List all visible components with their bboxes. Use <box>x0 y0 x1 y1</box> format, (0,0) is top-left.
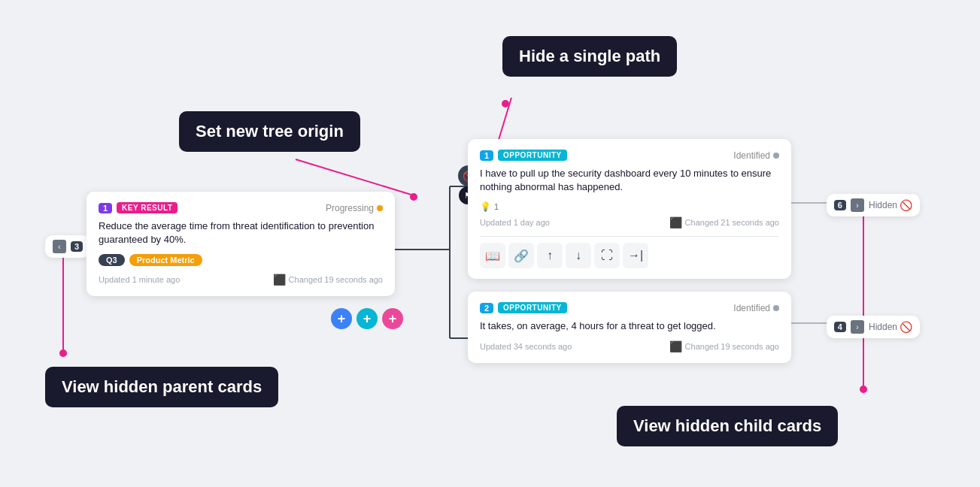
opp2-changed-icon: ⬛ <box>669 340 682 352</box>
opp1-header: 1 OPPORTUNITY Identified <box>480 150 779 161</box>
opp1-status: Identified <box>733 150 779 161</box>
opp1-updated: Updated 1 day ago <box>480 218 550 227</box>
opp1-badge-type: OPPORTUNITY <box>498 150 567 161</box>
svg-point-8 <box>502 100 509 107</box>
toolbar-indent-btn[interactable]: →| <box>623 243 648 268</box>
hidden-child-2-num: 4 <box>834 322 846 332</box>
opp2-badge-num: 2 <box>480 303 493 313</box>
tooltip-set-origin: Set new tree origin <box>179 111 360 152</box>
kr-changed-text: Changed 19 seconds ago <box>289 275 383 284</box>
kr-tag-q3[interactable]: Q3 <box>99 254 125 266</box>
opp-card-2: 2 OPPORTUNITY Identified It takes, on av… <box>468 292 791 363</box>
opp1-votes: 1 <box>494 202 499 211</box>
kr-card-title: Reduce the average time from threat iden… <box>99 219 383 247</box>
kr-card-footer: Updated 1 minute ago ⬛ Changed 19 second… <box>99 274 383 286</box>
hidden-child-2-text: Hidden 🚫 <box>869 321 912 333</box>
tooltip-view-child-text: View hidden child cards <box>633 416 821 435</box>
canvas: Hide a single path Set new tree origin V… <box>0 0 980 487</box>
opp1-changed-icon: ⬛ <box>669 216 682 228</box>
hidden-child-card-1[interactable]: 6 › Hidden 🚫 <box>827 194 920 216</box>
eye-slash-small-1: 🚫 <box>900 199 912 211</box>
add-btn-pink[interactable]: + <box>382 308 403 329</box>
kr-card: 1 KEY RESULT Progressing Reduce the aver… <box>86 192 395 296</box>
add-buttons-group: + + + <box>331 308 403 329</box>
kr-badge-num: 1 <box>99 203 112 213</box>
toolbar-up-btn[interactable]: ↑ <box>537 243 563 268</box>
kr-card-header: 1 KEY RESULT Progressing <box>99 202 383 213</box>
bulb-icon: 💡 <box>480 201 491 212</box>
tooltip-view-parent: View hidden parent cards <box>45 367 278 407</box>
opp1-title: I have to pull up the security dashboard… <box>480 167 779 194</box>
opp2-badge-type: OPPORTUNITY <box>498 302 567 313</box>
kr-tag-product-metric[interactable]: Product Metric <box>129 254 202 266</box>
opp1-changed-text: Changed 21 seconds ago <box>685 218 779 227</box>
svg-point-9 <box>59 349 67 357</box>
opp1-badge-num: 1 <box>480 150 493 161</box>
opp2-header: 2 OPPORTUNITY Identified <box>480 302 779 313</box>
opp1-header-left: 1 OPPORTUNITY <box>480 150 567 161</box>
hidden-parent-card[interactable]: ‹ 3 <box>45 235 90 258</box>
add-btn-blue[interactable]: + <box>331 308 352 329</box>
hidden-parent-num: 3 <box>71 241 83 252</box>
svg-line-6 <box>296 159 414 195</box>
opp2-changed-text: Changed 19 seconds ago <box>685 342 779 351</box>
svg-point-10 <box>860 386 867 393</box>
opp-card-1: 1 OPPORTUNITY Identified I have to pull … <box>468 139 791 279</box>
kr-updated: Updated 1 minute ago <box>99 275 180 284</box>
kr-tags: Q3 Product Metric <box>99 254 383 266</box>
tooltip-view-child: View hidden child cards <box>617 406 838 446</box>
tooltip-view-parent-text: View hidden parent cards <box>62 377 262 396</box>
toolbar-book-btn[interactable]: 📖 <box>480 243 505 268</box>
chevron-right-icon-1: › <box>851 198 864 212</box>
eye-slash-small-2: 🚫 <box>900 321 912 333</box>
opp1-changed: ⬛ Changed 21 seconds ago <box>669 216 779 228</box>
kr-card-header-left: 1 KEY RESULT <box>99 202 177 213</box>
changed-icon: ⬛ <box>273 274 286 286</box>
hidden-child-card-2[interactable]: 4 › Hidden 🚫 <box>827 316 920 338</box>
kr-status-dot <box>377 205 383 211</box>
opp2-status-dot <box>773 305 779 311</box>
hidden-child-1-text: Hidden 🚫 <box>869 199 912 211</box>
opp1-footer: Updated 1 day ago ⬛ Changed 21 seconds a… <box>480 216 779 228</box>
opp2-status-text: Identified <box>733 303 770 313</box>
chevron-right-icon-2: › <box>851 320 864 334</box>
add-btn-teal[interactable]: + <box>357 308 378 329</box>
toolbar-link-btn[interactable]: 🔗 <box>508 243 534 268</box>
opp2-changed: ⬛ Changed 19 seconds ago <box>669 340 779 352</box>
opp2-status: Identified <box>733 303 779 313</box>
kr-badge-type: KEY RESULT <box>117 202 177 213</box>
kr-status: Progressing <box>326 203 383 213</box>
opp2-header-left: 2 OPPORTUNITY <box>480 302 567 313</box>
toolbar-expand-btn[interactable]: ⛶ <box>594 243 620 268</box>
toolbar-down-btn[interactable]: ↓ <box>566 243 591 268</box>
hidden-child-1-num: 6 <box>834 200 846 210</box>
chevron-left-icon: ‹ <box>53 240 66 253</box>
opp1-status-dot <box>773 153 779 159</box>
opp2-updated: Updated 34 seconds ago <box>480 342 572 351</box>
opp1-status-text: Identified <box>733 150 770 161</box>
opp2-footer: Updated 34 seconds ago ⬛ Changed 19 seco… <box>480 340 779 352</box>
tooltip-hide-path-text: Hide a single path <box>519 47 660 65</box>
tooltip-set-origin-text: Set new tree origin <box>196 122 344 141</box>
kr-changed: ⬛ Changed 19 seconds ago <box>273 274 383 286</box>
opp1-toolbar: 📖 🔗 ↑ ↓ ⛶ →| <box>480 236 779 268</box>
opp2-title: It takes, on average, 4 hours for a thre… <box>480 319 779 333</box>
kr-status-text: Progressing <box>326 203 374 213</box>
tooltip-hide-path: Hide a single path <box>502 36 677 77</box>
svg-point-7 <box>410 193 417 201</box>
